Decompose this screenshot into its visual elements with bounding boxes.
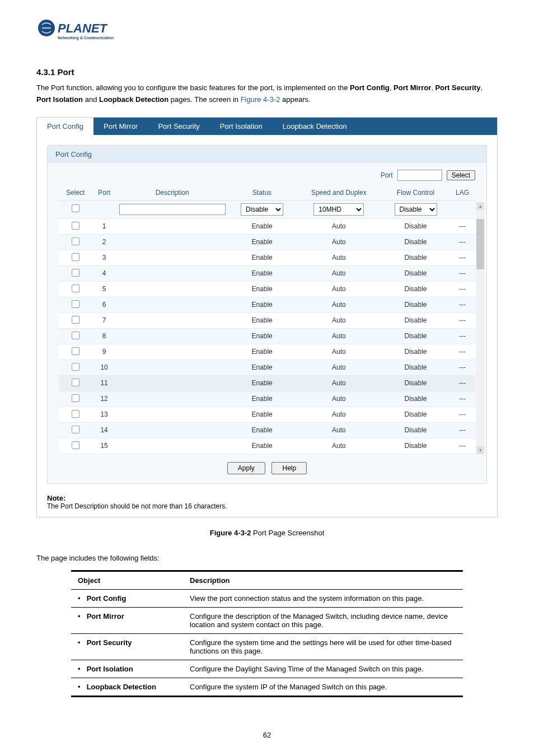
cell-status: Enable [228,391,296,407]
cell-flow: Disable [382,250,449,265]
col-lag: LAG [449,185,475,200]
row-checkbox[interactable] [72,379,79,386]
row-checkbox[interactable] [72,300,79,308]
row-checkbox[interactable] [72,332,79,339]
button-row: Apply Help [59,462,475,474]
cell-description [116,328,228,344]
field-object: • Port Mirror [71,607,183,633]
select-button[interactable]: Select [447,170,475,180]
flow-control-select[interactable]: Disable [395,203,437,216]
cell-description [116,360,228,375]
cell-status: Enable [228,407,296,422]
select-all-checkbox[interactable] [72,204,79,212]
apply-button[interactable]: Apply [227,462,265,474]
cell-speed: Auto [296,391,382,407]
row-checkbox[interactable] [72,426,79,433]
cell-description [116,281,228,297]
field-description: Configure the description of the Managed… [183,607,463,633]
cell-lag: --- [449,344,475,360]
table-row: 15EnableAutoDisable--- [59,438,475,454]
tab-port-config[interactable]: Port Config [37,118,93,135]
caption-suffix: Port Page Screenshot [251,529,324,537]
cell-flow: Disable [382,422,449,438]
tab-loopback-detection[interactable]: Loopback Detection [273,118,357,135]
field-object: • Port Security [71,633,183,660]
figure-caption: Figure 4-3-2 Port Page Screenshot [36,529,498,537]
col-description: Description [116,185,228,200]
scroll-up-icon[interactable]: ▴ [476,202,484,210]
cell-flow: Disable [382,218,449,234]
cell-flow: Disable [382,360,449,375]
port-filter-input[interactable] [397,170,442,181]
tab-port-isolation[interactable]: Port Isolation [210,118,273,135]
cell-description [116,234,228,250]
cell-speed: Auto [296,422,382,438]
scroll-down-icon[interactable]: ▾ [476,446,484,454]
table-row: 10EnableAutoDisable--- [59,360,475,375]
table-row: 1EnableAutoDisable--- [59,218,475,234]
field-description: Configure the system IP of the Managed S… [183,678,463,696]
cell-status: Enable [228,312,296,328]
figure-link[interactable]: Figure 4-3-2 [241,95,280,104]
cell-lag: --- [449,265,475,281]
row-checkbox[interactable] [72,253,79,261]
row-checkbox[interactable] [72,441,79,449]
cell-speed: Auto [296,407,382,422]
cell-description [116,438,228,454]
speed-duplex-select[interactable]: 10MHD [313,203,364,216]
port-table: Select Port Description Status Speed and… [59,185,475,454]
row-checkbox[interactable] [72,316,79,324]
intro-text: The Port function, allowing you to confi… [36,83,350,92]
tab-port-mirror[interactable]: Port Mirror [93,118,148,135]
cell-flow: Disable [382,438,449,454]
table-row: 9EnableAutoDisable--- [59,344,475,360]
row-checkbox[interactable] [72,347,79,355]
port-config-panel: Port Config Port Select Select Port Desc… [47,145,487,484]
svg-text:PLANET: PLANET [58,21,108,35]
scrollbar-thumb[interactable] [476,219,484,269]
row-checkbox[interactable] [72,394,79,402]
row-checkbox[interactable] [72,269,79,277]
table-row: 6EnableAutoDisable--- [59,297,475,312]
table-row: 2EnableAutoDisable--- [59,234,475,250]
scrollbar[interactable]: ▴ ▾ [476,202,484,454]
cell-flow: Disable [382,328,449,344]
note-text: The Port Description should be not more … [47,502,487,510]
fields-row: • Loopback DetectionConfigure the system… [71,678,463,696]
cell-port: 10 [92,360,116,375]
help-button[interactable]: Help [271,462,307,474]
description-input[interactable] [119,204,226,215]
status-select[interactable]: Disable [241,203,283,216]
cell-lag: --- [449,422,475,438]
svg-text:Networking & Communication: Networking & Communication [58,36,114,40]
row-checkbox[interactable] [72,363,79,371]
row-checkbox[interactable] [72,410,79,418]
cell-status: Enable [228,281,296,297]
cell-status: Enable [228,422,296,438]
cell-flow: Disable [382,312,449,328]
row-checkbox[interactable] [72,222,79,230]
table-row: 5EnableAutoDisable--- [59,281,475,297]
table-row: 8EnableAutoDisable--- [59,328,475,344]
cell-port: 2 [92,234,116,250]
cell-speed: Auto [296,312,382,328]
cell-status: Enable [228,438,296,454]
row-checkbox[interactable] [72,237,79,245]
row-checkbox[interactable] [72,284,79,292]
table-row: 3EnableAutoDisable--- [59,250,475,265]
cell-description [116,265,228,281]
cell-lag: --- [449,375,475,391]
cell-lag: --- [449,328,475,344]
caption-prefix: Figure 4-3-2 [210,529,251,537]
field-description: Configure the Daylight Saving Time of th… [183,660,463,678]
intro-paragraph: The Port function, allowing you to confi… [36,82,498,106]
tab-port-security[interactable]: Port Security [148,118,209,135]
cell-flow: Disable [382,234,449,250]
cell-lag: --- [449,391,475,407]
fields-table: Object Description • Port ConfigView the… [71,570,463,697]
cell-description [116,344,228,360]
cell-flow: Disable [382,391,449,407]
col-speed-duplex: Speed and Duplex [296,185,382,200]
cell-speed: Auto [296,344,382,360]
cell-status: Enable [228,344,296,360]
